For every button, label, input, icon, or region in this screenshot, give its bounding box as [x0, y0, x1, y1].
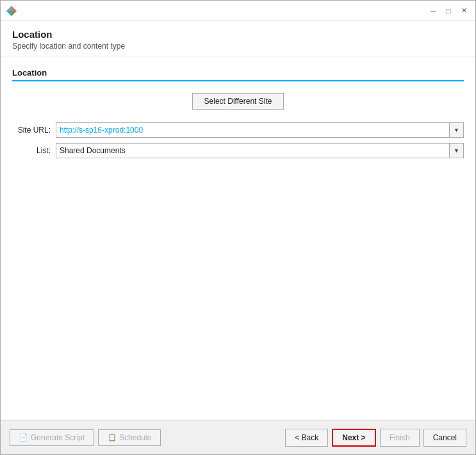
- content-area: Location Select Different Site Site URL:…: [1, 56, 475, 420]
- main-window: ─ □ ✕ Location Specify location and cont…: [0, 0, 476, 455]
- site-url-row: Site URL: ▼: [12, 122, 464, 138]
- footer-left-buttons: 📄 Generate Script 📋 Schedule: [10, 429, 280, 446]
- generate-script-button[interactable]: 📄 Generate Script: [10, 429, 94, 446]
- site-url-input-wrap: ▼: [56, 122, 464, 138]
- next-button[interactable]: Next >: [332, 429, 375, 447]
- schedule-label: Schedule: [119, 433, 151, 442]
- page-subtitle: Specify location and content type: [12, 42, 464, 51]
- minimize-button[interactable]: ─: [427, 4, 439, 17]
- select-site-row: Select Different Site: [12, 93, 464, 110]
- footer-area: 📄 Generate Script 📋 Schedule < Back Next…: [1, 420, 475, 454]
- list-input[interactable]: [56, 144, 449, 158]
- schedule-button[interactable]: 📋 Schedule: [98, 429, 161, 446]
- page-title: Location: [12, 29, 464, 40]
- back-button[interactable]: < Back: [285, 429, 328, 447]
- site-url-input[interactable]: [56, 123, 449, 137]
- title-bar-left: [6, 5, 17, 17]
- app-icon: [6, 5, 17, 17]
- section-header-location: Location: [12, 68, 464, 81]
- title-bar-controls: ─ □ ✕: [427, 4, 470, 17]
- generate-script-label: Generate Script: [31, 433, 85, 442]
- site-url-label: Site URL:: [12, 126, 51, 135]
- select-site-button[interactable]: Select Different Site: [192, 93, 284, 110]
- restore-button[interactable]: □: [442, 4, 455, 17]
- footer-right-buttons: < Back Next > Finish Cancel: [285, 429, 466, 447]
- header-area: Location Specify location and content ty…: [1, 21, 475, 56]
- cancel-button[interactable]: Cancel: [423, 429, 466, 447]
- list-label: List:: [12, 146, 51, 155]
- close-button[interactable]: ✕: [457, 4, 470, 17]
- list-input-wrap: ▼: [56, 143, 464, 158]
- title-bar: ─ □ ✕: [1, 1, 475, 21]
- generate-script-icon: 📄: [19, 433, 28, 442]
- schedule-icon: 📋: [108, 433, 117, 442]
- finish-button[interactable]: Finish: [380, 429, 420, 447]
- list-row: List: ▼: [12, 143, 464, 158]
- list-dropdown[interactable]: ▼: [449, 144, 463, 158]
- site-url-dropdown[interactable]: ▼: [449, 123, 463, 137]
